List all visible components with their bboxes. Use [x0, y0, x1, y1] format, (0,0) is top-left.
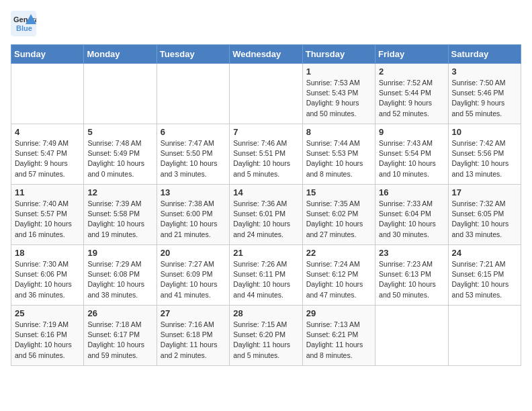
day-info: Sunrise: 7:24 AMSunset: 6:12 PMDaylight:…: [306, 259, 371, 300]
day-info: Sunrise: 7:44 AMSunset: 5:53 PMDaylight:…: [306, 138, 371, 179]
header-cell-monday: Monday: [84, 45, 157, 64]
day-info: Sunrise: 7:43 AMSunset: 5:54 PMDaylight:…: [379, 138, 444, 179]
header-cell-tuesday: Tuesday: [157, 45, 229, 64]
day-number: 19: [87, 248, 152, 258]
day-number: 15: [306, 187, 371, 197]
day-number: 4: [15, 127, 80, 137]
day-number: 25: [15, 308, 80, 318]
day-number: 28: [233, 308, 298, 318]
day-info: Sunrise: 7:29 AMSunset: 6:08 PMDaylight:…: [87, 259, 152, 300]
day-cell: 20Sunrise: 7:27 AMSunset: 6:09 PMDayligh…: [157, 245, 229, 306]
day-cell: 26Sunrise: 7:18 AMSunset: 6:17 PMDayligh…: [84, 306, 157, 366]
day-cell: 7Sunrise: 7:46 AMSunset: 5:51 PMDaylight…: [230, 124, 302, 185]
day-number: 16: [379, 187, 444, 197]
day-info: Sunrise: 7:53 AMSunset: 5:43 PMDaylight:…: [306, 78, 371, 119]
day-cell: 8Sunrise: 7:44 AMSunset: 5:53 PMDaylight…: [302, 124, 375, 185]
day-number: 27: [161, 308, 226, 318]
day-info: Sunrise: 7:42 AMSunset: 5:56 PMDaylight:…: [452, 138, 517, 179]
day-cell: [448, 306, 521, 366]
day-number: 20: [161, 248, 226, 258]
day-number: 24: [452, 248, 517, 258]
day-info: Sunrise: 7:50 AMSunset: 5:46 PMDaylight:…: [452, 78, 517, 119]
day-number: 21: [233, 248, 298, 258]
day-info: Sunrise: 7:39 AMSunset: 5:58 PMDaylight:…: [87, 199, 152, 240]
day-info: Sunrise: 7:18 AMSunset: 6:17 PMDaylight:…: [87, 320, 152, 361]
day-cell: 17Sunrise: 7:32 AMSunset: 6:05 PMDayligh…: [448, 185, 521, 245]
day-info: Sunrise: 7:47 AMSunset: 5:50 PMDaylight:…: [161, 138, 226, 179]
day-info: Sunrise: 7:48 AMSunset: 5:49 PMDaylight:…: [87, 138, 152, 179]
day-number: 2: [379, 66, 444, 77]
day-number: 9: [379, 127, 444, 137]
header-cell-wednesday: Wednesday: [230, 45, 302, 64]
day-info: Sunrise: 7:40 AMSunset: 5:57 PMDaylight:…: [15, 199, 80, 240]
day-info: Sunrise: 7:15 AMSunset: 6:20 PMDaylight:…: [233, 320, 298, 361]
header-cell-saturday: Saturday: [448, 45, 521, 64]
day-number: 26: [87, 308, 152, 318]
day-cell: 6Sunrise: 7:47 AMSunset: 5:50 PMDaylight…: [157, 124, 229, 185]
day-cell: 11Sunrise: 7:40 AMSunset: 5:57 PMDayligh…: [11, 185, 84, 245]
svg-text:Blue: Blue: [16, 24, 32, 32]
day-info: Sunrise: 7:49 AMSunset: 5:47 PMDaylight:…: [15, 138, 80, 179]
day-number: 5: [87, 127, 152, 137]
day-number: 29: [306, 308, 371, 318]
day-cell: 16Sunrise: 7:33 AMSunset: 6:04 PMDayligh…: [375, 185, 448, 245]
day-cell: 23Sunrise: 7:23 AMSunset: 6:13 PMDayligh…: [375, 245, 448, 306]
day-number: 8: [306, 127, 371, 137]
day-number: 7: [233, 127, 298, 137]
day-number: 3: [452, 66, 517, 77]
day-cell: 12Sunrise: 7:39 AMSunset: 5:58 PMDayligh…: [84, 185, 157, 245]
day-number: 22: [306, 248, 371, 258]
header-cell-sunday: Sunday: [11, 45, 84, 64]
day-info: Sunrise: 7:35 AMSunset: 6:02 PMDaylight:…: [306, 199, 371, 240]
day-cell: 3Sunrise: 7:50 AMSunset: 5:46 PMDaylight…: [448, 64, 521, 124]
day-cell: 28Sunrise: 7:15 AMSunset: 6:20 PMDayligh…: [230, 306, 302, 366]
day-info: Sunrise: 7:33 AMSunset: 6:04 PMDaylight:…: [379, 199, 444, 240]
header-cell-thursday: Thursday: [302, 45, 375, 64]
day-cell: 13Sunrise: 7:38 AMSunset: 6:00 PMDayligh…: [157, 185, 229, 245]
day-cell: 27Sunrise: 7:16 AMSunset: 6:18 PMDayligh…: [157, 306, 229, 366]
day-number: 17: [452, 187, 517, 197]
week-row-0: 1Sunrise: 7:53 AMSunset: 5:43 PMDaylight…: [11, 64, 521, 124]
day-info: Sunrise: 7:52 AMSunset: 5:44 PMDaylight:…: [379, 78, 444, 119]
day-info: Sunrise: 7:38 AMSunset: 6:00 PMDaylight:…: [161, 199, 226, 240]
day-number: 11: [15, 187, 80, 197]
day-cell: 2Sunrise: 7:52 AMSunset: 5:44 PMDaylight…: [375, 64, 448, 124]
day-cell: 19Sunrise: 7:29 AMSunset: 6:08 PMDayligh…: [84, 245, 157, 306]
day-cell: [230, 64, 302, 124]
day-number: 12: [87, 187, 152, 197]
day-cell: 4Sunrise: 7:49 AMSunset: 5:47 PMDaylight…: [11, 124, 84, 185]
day-number: 18: [15, 248, 80, 258]
day-number: 10: [452, 127, 517, 137]
week-row-3: 18Sunrise: 7:30 AMSunset: 6:06 PMDayligh…: [11, 245, 521, 306]
day-cell: 14Sunrise: 7:36 AMSunset: 6:01 PMDayligh…: [230, 185, 302, 245]
day-cell: 22Sunrise: 7:24 AMSunset: 6:12 PMDayligh…: [302, 245, 375, 306]
week-row-2: 11Sunrise: 7:40 AMSunset: 5:57 PMDayligh…: [11, 185, 521, 245]
logo: General Blue: [11, 11, 36, 36]
day-info: Sunrise: 7:46 AMSunset: 5:51 PMDaylight:…: [233, 138, 298, 179]
day-info: Sunrise: 7:16 AMSunset: 6:18 PMDaylight:…: [161, 320, 226, 361]
day-info: Sunrise: 7:19 AMSunset: 6:16 PMDaylight:…: [15, 320, 80, 361]
day-info: Sunrise: 7:13 AMSunset: 6:21 PMDaylight:…: [306, 320, 371, 361]
day-cell: 29Sunrise: 7:13 AMSunset: 6:21 PMDayligh…: [302, 306, 375, 366]
header-cell-friday: Friday: [375, 45, 448, 64]
week-row-1: 4Sunrise: 7:49 AMSunset: 5:47 PMDaylight…: [11, 124, 521, 185]
calendar-header: SundayMondayTuesdayWednesdayThursdayFrid…: [11, 45, 521, 64]
logo-icon: General Blue: [11, 11, 36, 36]
day-number: 6: [161, 127, 226, 137]
day-number: 13: [161, 187, 226, 197]
day-info: Sunrise: 7:26 AMSunset: 6:11 PMDaylight:…: [233, 259, 298, 300]
day-cell: 15Sunrise: 7:35 AMSunset: 6:02 PMDayligh…: [302, 185, 375, 245]
day-info: Sunrise: 7:32 AMSunset: 6:05 PMDaylight:…: [452, 199, 517, 240]
calendar-body: 1Sunrise: 7:53 AMSunset: 5:43 PMDaylight…: [11, 64, 521, 366]
calendar-table: SundayMondayTuesdayWednesdayThursdayFrid…: [11, 44, 521, 366]
day-number: 23: [379, 248, 444, 258]
day-cell: 24Sunrise: 7:21 AMSunset: 6:15 PMDayligh…: [448, 245, 521, 306]
day-cell: 18Sunrise: 7:30 AMSunset: 6:06 PMDayligh…: [11, 245, 84, 306]
day-cell: 1Sunrise: 7:53 AMSunset: 5:43 PMDaylight…: [302, 64, 375, 124]
week-row-4: 25Sunrise: 7:19 AMSunset: 6:16 PMDayligh…: [11, 306, 521, 366]
day-info: Sunrise: 7:36 AMSunset: 6:01 PMDaylight:…: [233, 199, 298, 240]
day-cell: 9Sunrise: 7:43 AMSunset: 5:54 PMDaylight…: [375, 124, 448, 185]
day-number: 1: [306, 66, 371, 77]
day-cell: 21Sunrise: 7:26 AMSunset: 6:11 PMDayligh…: [230, 245, 302, 306]
day-info: Sunrise: 7:23 AMSunset: 6:13 PMDaylight:…: [379, 259, 444, 300]
